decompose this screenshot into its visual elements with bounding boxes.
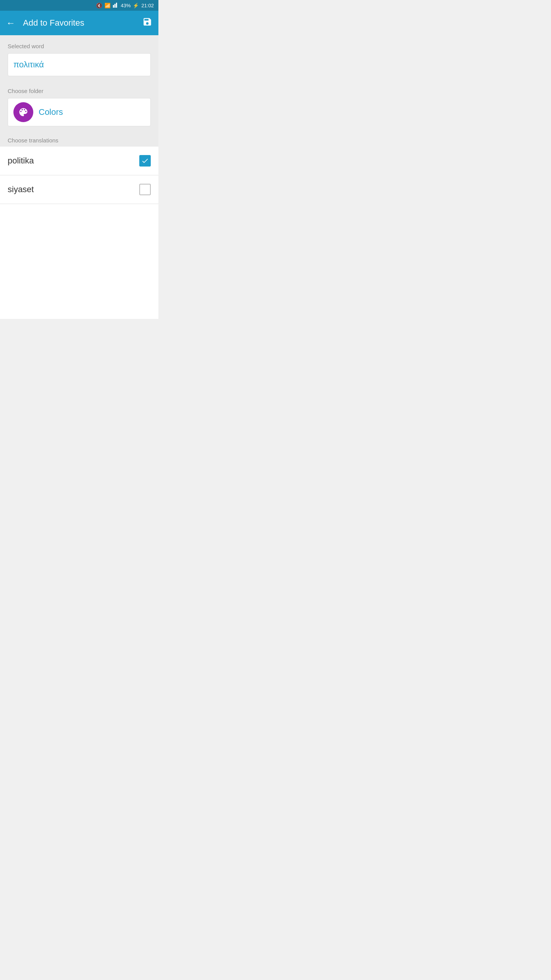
folder-icon-circle bbox=[13, 102, 33, 122]
translation-item-siyaset[interactable]: siyaset bbox=[0, 175, 158, 204]
translation-text-siyaset: siyaset bbox=[8, 185, 34, 194]
selected-word-field: πολιτικά bbox=[8, 53, 151, 76]
svg-rect-0 bbox=[113, 5, 114, 8]
svg-rect-2 bbox=[116, 3, 117, 8]
folder-name: Colors bbox=[39, 107, 63, 117]
choose-folder-section: Choose folder Colors bbox=[0, 82, 158, 132]
signal-icon bbox=[113, 2, 118, 9]
empty-space bbox=[0, 204, 158, 319]
selected-word-value: πολιτικά bbox=[13, 60, 44, 69]
choose-translations-label: Choose translations bbox=[8, 137, 151, 144]
selected-word-label: Selected word bbox=[8, 43, 151, 49]
battery-percentage: 43% bbox=[121, 3, 130, 8]
folder-picker[interactable]: Colors bbox=[8, 98, 151, 126]
checkbox-siyaset[interactable] bbox=[139, 184, 151, 195]
checkbox-politika[interactable] bbox=[139, 155, 151, 167]
translation-item-politika[interactable]: politika bbox=[0, 147, 158, 175]
page-title: Add to Favorites bbox=[23, 18, 135, 28]
toolbar: ← Add to Favorites bbox=[0, 11, 158, 35]
choose-translations-section: Choose translations bbox=[0, 132, 158, 147]
svg-rect-1 bbox=[114, 4, 116, 8]
mute-icon: 🔇 bbox=[96, 3, 102, 8]
palette-icon bbox=[18, 107, 29, 118]
save-button[interactable] bbox=[142, 17, 152, 29]
back-button[interactable]: ← bbox=[6, 18, 15, 28]
clock: 21:02 bbox=[141, 3, 154, 8]
status-bar: 🔇 📶 43% ⚡ 21:02 bbox=[0, 0, 158, 11]
choose-folder-label: Choose folder bbox=[8, 88, 151, 94]
translation-text-politika: politika bbox=[8, 156, 34, 166]
translations-list: politika siyaset bbox=[0, 147, 158, 204]
battery-icon: ⚡ bbox=[133, 3, 139, 8]
selected-word-section: Selected word πολιτικά bbox=[0, 35, 158, 82]
wifi-icon: 📶 bbox=[104, 3, 111, 8]
